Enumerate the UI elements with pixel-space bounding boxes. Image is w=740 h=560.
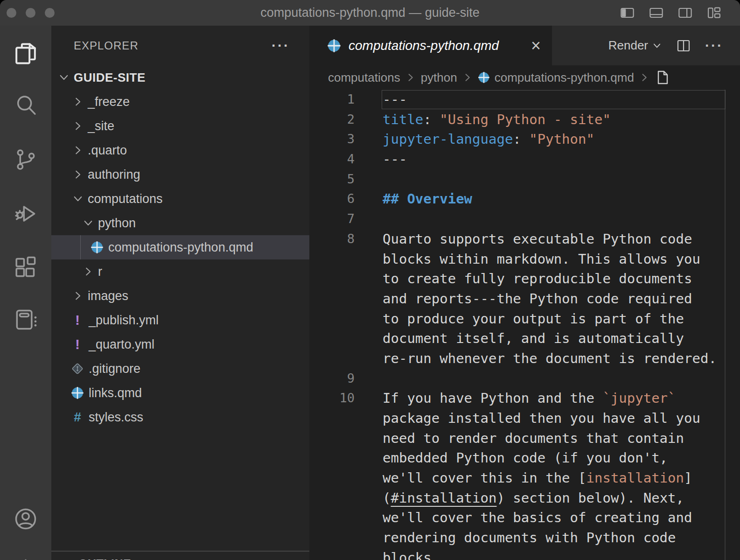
explorer-sidebar: EXPLORER ··· GUIDE-SITE _freeze _site .q… <box>51 26 309 560</box>
code-line[interactable]: we'll cover the basics of creating and <box>309 508 740 528</box>
toggle-secondary-sidebar-icon[interactable] <box>677 5 693 21</box>
render-button[interactable]: Render <box>608 38 662 53</box>
code-line[interactable]: 8Quarto supports executable Python code <box>309 229 740 249</box>
explorer-more-actions-button[interactable]: ··· <box>272 38 290 54</box>
tree-item-label: authoring <box>88 168 140 182</box>
editor-group: computations-python.qmd × Render ··· com… <box>309 26 740 560</box>
tree-item-freeze[interactable]: _freeze <box>51 90 309 114</box>
code-line[interactable]: blocks <box>309 548 740 560</box>
editor-more-actions-button[interactable]: ··· <box>705 38 723 54</box>
tree-item-images[interactable]: images <box>51 284 309 308</box>
breadcrumb-item[interactable]: computations-python.qmd <box>495 70 634 85</box>
tree-item-label: computations-python.qmd <box>108 240 253 255</box>
breadcrumb-item[interactable]: python <box>421 70 457 85</box>
tree-item-quarto-yml[interactable]: ! _quarto.yml <box>51 332 309 357</box>
code-line[interactable]: package installed then you have all you <box>309 408 740 428</box>
tree-item-guide-site[interactable]: GUIDE-SITE <box>51 65 309 90</box>
tree-item-gitignore[interactable]: .gitignore <box>51 357 309 381</box>
search-icon[interactable] <box>13 92 39 118</box>
code-line[interactable]: 10If you have Python and the `jupyter` <box>309 388 740 408</box>
code-line[interactable]: need to render documents that contain <box>309 428 740 448</box>
breadcrumb: computations python computations-python.… <box>309 65 740 90</box>
chevron-right-icon <box>72 290 84 302</box>
tree-item-publish-yml[interactable]: ! _publish.yml <box>51 308 309 332</box>
explorer-icon[interactable] <box>13 41 39 67</box>
wrap-column-ruler <box>725 90 726 560</box>
titlebar: computations-python.qmd — guide-site <box>0 0 740 26</box>
code-line[interactable]: re-run whenever the document is rendered… <box>309 349 740 369</box>
chevron-right-icon <box>82 266 94 278</box>
tree-item-styles-css[interactable]: # styles.css <box>51 405 309 429</box>
chevron-right-icon <box>462 72 473 83</box>
code-line[interactable]: (#installation) section below). Next, <box>309 488 740 508</box>
tree-item-links-qmd[interactable]: links.qmd <box>51 381 309 405</box>
outline-section[interactable]: OUTLINE <box>51 551 309 560</box>
document-symbol-icon <box>655 70 670 85</box>
chevron-right-icon <box>72 96 84 108</box>
customize-layout-icon[interactable] <box>706 5 722 21</box>
link-anchor-text: #installation <box>391 490 496 506</box>
source-control-icon[interactable] <box>13 147 39 173</box>
chevron-right-icon <box>72 144 84 156</box>
tree-item-label: links.qmd <box>89 386 142 400</box>
code-line[interactable]: to produce your output is part of the <box>309 309 740 329</box>
explorer-header: EXPLORER ··· <box>51 26 309 65</box>
tree-item-label: _site <box>88 119 114 133</box>
tree-item-computations-python-qmd[interactable]: computations-python.qmd <box>51 235 309 259</box>
notebook-icon[interactable] <box>13 307 39 333</box>
tree-item-quarto-folder[interactable]: .quarto <box>51 138 309 162</box>
settings-gear-icon[interactable] <box>13 556 39 560</box>
tree-item-r[interactable]: r <box>51 259 309 284</box>
code-line[interactable]: 2title: "Using Python - site" <box>309 110 740 130</box>
chevron-down-icon <box>82 217 94 229</box>
tree-item-label: r <box>98 265 102 279</box>
code-line[interactable]: 5 <box>309 169 740 189</box>
account-icon[interactable] <box>13 506 39 532</box>
chevron-right-icon <box>72 168 84 181</box>
tab-bar: computations-python.qmd × Render ··· <box>309 26 740 65</box>
tree-item-label: .quarto <box>88 143 127 158</box>
tree-item-site[interactable]: _site <box>51 114 309 138</box>
code-line[interactable]: 3jupyter-language: "Python" <box>309 129 740 149</box>
code-line[interactable]: document itself, and is automatically <box>309 329 740 349</box>
tab-computations-python-qmd[interactable]: computations-python.qmd × <box>309 26 552 65</box>
code-line[interactable]: to create fully reproducible documents <box>309 269 740 289</box>
split-editor-icon[interactable] <box>676 38 691 53</box>
code-line[interactable]: 6## Overview <box>309 189 740 209</box>
breadcrumb-item[interactable]: computations <box>328 70 400 85</box>
run-and-debug-icon[interactable] <box>13 201 39 227</box>
toggle-panel-icon[interactable] <box>648 5 664 21</box>
tree-item-label: _freeze <box>88 95 130 109</box>
chevron-down-icon <box>58 71 70 84</box>
toggle-primary-sidebar-icon[interactable] <box>619 5 635 21</box>
code-line[interactable]: 1--- <box>309 90 740 110</box>
code-line[interactable]: 9 <box>309 369 740 389</box>
tree-root-label: GUIDE-SITE <box>74 70 146 85</box>
chevron-right-icon <box>72 120 84 132</box>
code-line[interactable]: 4--- <box>309 149 740 169</box>
tree-item-computations[interactable]: computations <box>51 187 309 211</box>
yaml-icon: ! <box>71 314 84 327</box>
code-line[interactable]: we'll cover this in the [installation] <box>309 468 740 488</box>
tree-item-label: python <box>98 216 136 231</box>
vscode-window: computations-python.qmd — guide-site <box>0 0 740 560</box>
chevron-right-icon <box>62 558 74 560</box>
css-icon: # <box>71 411 84 424</box>
code-editor[interactable]: 1--- 2title: "Using Python - site" 3jupy… <box>309 90 740 560</box>
quarto-file-icon <box>91 241 104 254</box>
code-line[interactable]: blocks within markdown. This allows you <box>309 249 740 269</box>
code-line[interactable]: and reports---the Python code required <box>309 289 740 309</box>
tree-item-authoring[interactable]: authoring <box>51 162 309 187</box>
tree-item-label: styles.css <box>89 410 143 425</box>
code-line[interactable]: 7 <box>309 209 740 229</box>
extensions-icon[interactable] <box>13 254 39 280</box>
chevron-right-icon <box>639 72 650 83</box>
outline-label: OUTLINE <box>78 557 131 560</box>
tree-item-label: _quarto.yml <box>89 337 154 352</box>
code-line[interactable]: rendering documents with Python code <box>309 528 740 548</box>
close-tab-icon[interactable]: × <box>531 37 541 54</box>
tree-item-python[interactable]: python <box>51 211 309 235</box>
quarto-file-icon <box>478 71 490 84</box>
tab-label: computations-python.qmd <box>349 38 499 53</box>
code-line[interactable]: embedded Python code (if you don't, <box>309 448 740 468</box>
